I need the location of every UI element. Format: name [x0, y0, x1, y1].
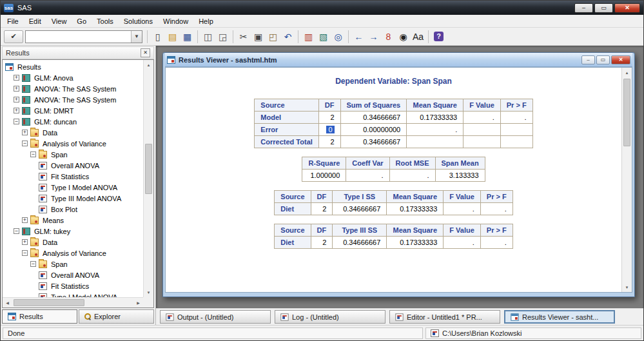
panel-tab-results[interactable]: Results	[2, 309, 77, 324]
open-icon[interactable]: ▤	[165, 30, 180, 44]
close-button[interactable]: ✕	[614, 3, 640, 13]
tree-item-glm-anova[interactable]: +GLM: Anova	[3, 72, 143, 83]
tree-item-anova-the-sas-system[interactable]: +ANOVA: The SAS System	[3, 94, 143, 105]
undo-icon[interactable]: ↶	[280, 30, 295, 44]
status-message: Done	[8, 329, 24, 337]
scroll-track[interactable]	[622, 77, 632, 282]
tree-item-span[interactable]: −Span	[3, 258, 143, 269]
panel-close-button[interactable]: ✕	[141, 48, 150, 57]
save-icon[interactable]: ▦	[180, 30, 195, 44]
new-library-icon[interactable]: ▥	[301, 30, 316, 44]
help-icon[interactable]: ?	[431, 30, 446, 44]
file-shortcut-icon[interactable]: ▧	[316, 30, 331, 44]
print-icon[interactable]: ◫	[200, 30, 215, 44]
interrupt-icon[interactable]: 8	[381, 30, 396, 44]
tree-vertical-scrollbar[interactable]: ▲ ▼	[143, 60, 153, 297]
scroll-down-button[interactable]: ▼	[144, 287, 153, 297]
tree-item-type-i-model-anova[interactable]: Type I Model ANOVA	[3, 291, 143, 297]
scroll-thumb[interactable]	[145, 144, 152, 194]
viewer-maximize-button[interactable]: ▭	[596, 55, 610, 64]
table-cell: 2	[318, 112, 340, 124]
scroll-right-button[interactable]: ▶	[133, 298, 143, 307]
tree-item-type-i-model-anova[interactable]: Type I Model ANOVA	[3, 182, 143, 193]
scroll-up-button[interactable]: ▲	[622, 68, 632, 77]
tree-item-box-plot[interactable]: Box Plot	[3, 204, 143, 215]
tree-item-overall-anova[interactable]: Overall ANOVA	[3, 269, 143, 280]
tree-item-glm-duncan[interactable]: −GLM: duncan	[3, 116, 143, 127]
window-button-output-untitled[interactable]: Output - (Untitled)	[160, 310, 271, 324]
new-icon[interactable]: ▯	[150, 30, 165, 44]
maximize-button[interactable]: ▭	[594, 3, 613, 13]
tree-item-means[interactable]: +Means	[3, 215, 143, 226]
paste-icon[interactable]: ◰	[266, 30, 280, 44]
menu-item-file[interactable]: File	[2, 15, 24, 27]
scroll-up-button[interactable]: ▲	[144, 60, 153, 70]
menu-item-solutions[interactable]: Solutions	[119, 15, 158, 27]
collapse-icon[interactable]: −	[30, 151, 36, 157]
viewer-vertical-scrollbar[interactable]: ▲ ▼	[621, 68, 632, 292]
scroll-down-button[interactable]: ▼	[622, 282, 632, 292]
collapse-icon[interactable]: −	[30, 261, 36, 267]
forward-icon[interactable]: →	[366, 30, 381, 44]
folder-icon	[30, 217, 39, 224]
expand-icon[interactable]: +	[22, 130, 28, 135]
minimize-button[interactable]: –	[574, 3, 593, 13]
tree-item-type-iii-model-anova[interactable]: Type III Model ANOVA	[3, 193, 143, 204]
menu-item-help[interactable]: Help	[193, 15, 219, 27]
tree-horizontal-scrollbar[interactable]: ◀ ▶	[3, 297, 143, 307]
viewer-minimize-button[interactable]: –	[581, 55, 595, 64]
collapse-icon[interactable]: −	[14, 228, 19, 234]
scroll-track[interactable]	[12, 298, 133, 307]
expand-icon[interactable]: +	[14, 108, 19, 113]
window-button-editor-untitled1-pr[interactable]: Editor - Untitled1 * PR...	[389, 310, 500, 324]
cut-icon[interactable]: ✂	[236, 30, 251, 44]
expand-icon[interactable]: +	[14, 97, 19, 102]
collapse-icon[interactable]: −	[22, 141, 28, 146]
window-button-results-viewer-sasht[interactable]: Results Viewer - sasht...	[504, 310, 615, 324]
command-check-button[interactable]: ✔	[4, 30, 23, 43]
tree-item-fit-statistics[interactable]: Fit Statistics	[3, 280, 143, 291]
tree-item-label: GLM: Anova	[33, 74, 75, 82]
command-dropdown-button[interactable]: ▼	[131, 31, 142, 43]
menu-item-window[interactable]: Window	[158, 15, 193, 27]
tree-item-data[interactable]: +Data	[3, 127, 143, 138]
tree-item-analysis-of-variance[interactable]: −Analysis of Variance	[3, 138, 143, 149]
menu-item-tools[interactable]: Tools	[92, 15, 119, 27]
panel-tab-explorer[interactable]: Explorer	[79, 309, 154, 324]
scroll-thumb[interactable]	[623, 79, 630, 146]
tree-item-fit-statistics[interactable]: Fit Statistics	[3, 171, 143, 182]
viewer-title-bar[interactable]: Results Viewer - sashtml.htm – ▭ ✕	[165, 53, 632, 67]
results-tables: SourceDFSum of SquaresMean SquareF Value…	[166, 99, 621, 249]
viewer-close-button[interactable]: ✕	[611, 55, 630, 64]
scroll-thumb[interactable]	[14, 299, 84, 306]
selected-cell[interactable]: 0	[326, 126, 334, 133]
tree-item-glm-tukey[interactable]: −GLM: tukey	[3, 226, 143, 237]
collapse-icon[interactable]: −	[14, 119, 19, 124]
tree-item-analysis-of-variance[interactable]: −Analysis of Variance	[3, 248, 143, 258]
menu-item-edit[interactable]: Edit	[24, 15, 46, 27]
expand-icon[interactable]: +	[14, 86, 19, 92]
tree-item-anova-the-sas-system[interactable]: +ANOVA: The SAS System	[3, 83, 143, 94]
tree-item-overall-anova[interactable]: Overall ANOVA	[3, 160, 143, 171]
window-button-log-untitled[interactable]: Log - (Untitled)	[275, 310, 385, 324]
tree-item-glm-dmrt[interactable]: +GLM: DMRT	[3, 105, 143, 116]
tree-item-span[interactable]: −Span	[3, 149, 143, 160]
explorer-icon[interactable]: ◎	[331, 30, 346, 44]
expand-icon[interactable]: +	[22, 217, 28, 223]
collapse-icon[interactable]: −	[22, 250, 28, 256]
copy-icon[interactable]: ▣	[251, 30, 266, 44]
menu-item-go[interactable]: Go	[72, 15, 92, 27]
print-preview-icon[interactable]: ◲	[215, 30, 230, 44]
scroll-track[interactable]	[144, 70, 153, 287]
folder-icon	[39, 151, 47, 159]
expand-icon[interactable]: +	[14, 75, 19, 81]
tree-item-data[interactable]: +Data	[3, 237, 143, 248]
tree-item-results[interactable]: Results	[3, 61, 143, 72]
menu-item-view[interactable]: View	[46, 15, 72, 27]
back-icon[interactable]: ←	[351, 30, 366, 44]
scroll-left-button[interactable]: ◀	[3, 298, 12, 307]
fonts-icon[interactable]: Aa	[411, 30, 425, 44]
command-input[interactable]	[26, 31, 131, 43]
break-icon[interactable]: ◉	[396, 30, 411, 44]
expand-icon[interactable]: +	[22, 239, 28, 245]
